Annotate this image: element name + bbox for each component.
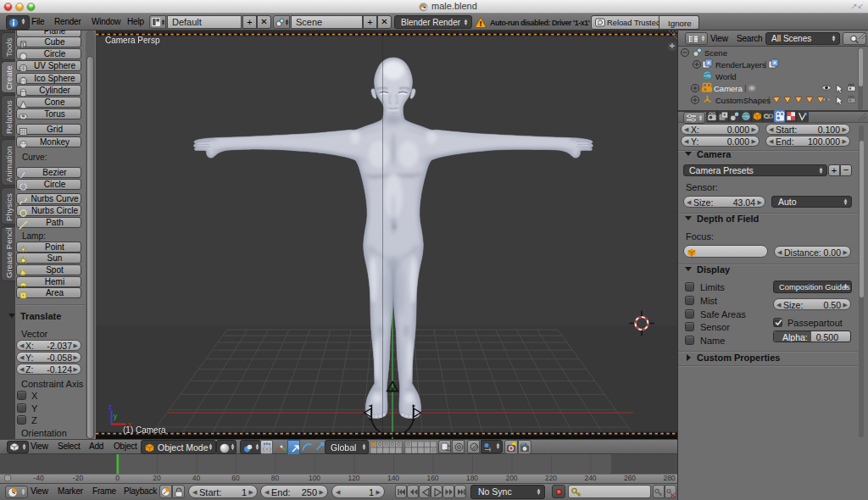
svg-text:World: World bbox=[715, 72, 737, 81]
svg-text:!: ! bbox=[480, 19, 482, 28]
svg-text:40: 40 bbox=[192, 474, 201, 482]
svg-text:-40: -40 bbox=[33, 474, 44, 482]
svg-text:Camera: Camera bbox=[714, 84, 743, 93]
svg-text:280: 280 bbox=[663, 474, 675, 482]
svg-text:RenderLayers: RenderLayers bbox=[715, 60, 766, 69]
svg-text:20: 20 bbox=[153, 474, 161, 482]
svg-text:200: 200 bbox=[505, 474, 517, 482]
svg-text:CustomShapes: CustomShapes bbox=[715, 96, 771, 105]
svg-text:0: 0 bbox=[115, 474, 120, 482]
svg-text:z: z bbox=[108, 403, 112, 411]
svg-text:Scene: Scene bbox=[704, 48, 727, 58]
svg-text:-20: -20 bbox=[73, 474, 84, 482]
svg-text:60: 60 bbox=[231, 474, 240, 482]
svg-text:180: 180 bbox=[466, 474, 478, 482]
svg-text:120: 120 bbox=[348, 474, 359, 482]
svg-text:|: | bbox=[744, 84, 746, 92]
svg-text:260: 260 bbox=[624, 474, 636, 482]
svg-text:|: | bbox=[768, 96, 770, 104]
svg-text:140: 140 bbox=[387, 474, 399, 482]
svg-text:80: 80 bbox=[271, 474, 280, 482]
svg-text:y: y bbox=[114, 412, 118, 420]
svg-text:100: 100 bbox=[309, 474, 320, 482]
svg-text:240: 240 bbox=[584, 474, 596, 482]
svg-text:220: 220 bbox=[545, 474, 557, 482]
svg-text:160: 160 bbox=[426, 474, 438, 482]
svg-text:|: | bbox=[765, 60, 766, 69]
